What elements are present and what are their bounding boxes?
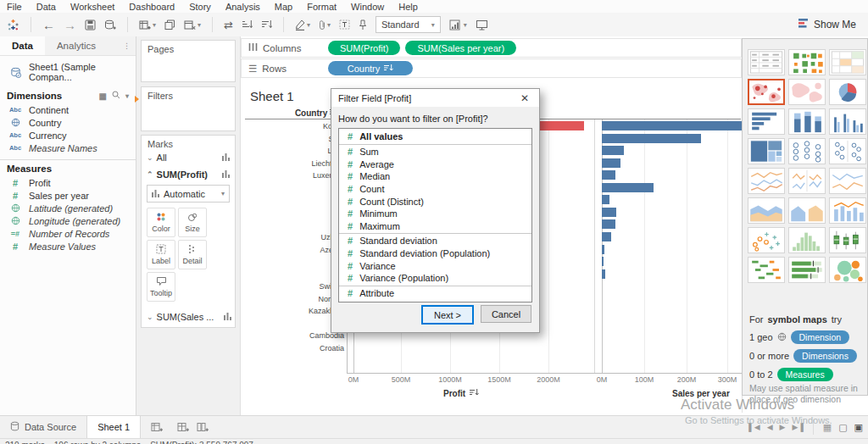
row-label[interactable]: Kazakhsta xyxy=(241,307,344,315)
show-me-thumb-horizontal-bars[interactable] xyxy=(748,108,785,135)
bar-sales[interactable] xyxy=(602,245,604,254)
menu-help[interactable]: Help xyxy=(398,2,418,12)
pill-sum-profit-[interactable]: SUM(Profit) xyxy=(328,41,400,55)
show-me-thumb-lines-discrete[interactable] xyxy=(788,168,826,194)
dialog-title-bar[interactable]: Filter Field [Profit] ✕ xyxy=(331,89,539,107)
show-me-thumb-circle-views[interactable] xyxy=(788,138,826,164)
menu-data[interactable]: Data xyxy=(36,2,56,12)
show-me-thumb-box-and-whisker[interactable] xyxy=(829,227,866,253)
show-me-thumb-filled-map[interactable] xyxy=(788,79,826,105)
show-me-thumb-treemap[interactable] xyxy=(748,138,785,164)
marks-card[interactable]: Marks ⌄All ⌃SUM(Profit) Automatic ▾ Colo… xyxy=(141,135,236,328)
label-button[interactable]: Label xyxy=(147,240,175,269)
bar-sales[interactable] xyxy=(602,195,609,204)
marks-sum-sales-row[interactable]: ⌄SUM(Sales ... xyxy=(142,308,236,325)
detail-button[interactable]: Detail xyxy=(178,240,207,269)
filter-option-maximum[interactable]: #Maximum xyxy=(339,220,531,233)
sort-descending-button[interactable] xyxy=(261,19,272,30)
datasource-item[interactable]: Sheet1 (Sample Compan... xyxy=(0,56,136,87)
row-label[interactable]: Sri L xyxy=(241,135,344,143)
row-label[interactable]: Ye xyxy=(241,208,344,217)
row-label[interactable]: Croatia xyxy=(241,344,344,352)
show-me-button[interactable]: Show Me xyxy=(793,16,861,33)
tableau-logo-icon[interactable] xyxy=(7,19,19,31)
tooltip-button[interactable]: Tooltip xyxy=(147,272,175,302)
row-label[interactable]: Po xyxy=(241,270,344,279)
show-me-thumb-dual-lines[interactable] xyxy=(829,168,866,194)
marks-all-row[interactable]: ⌄All xyxy=(142,149,235,166)
measure-number-of-records[interactable]: =#Number of Records xyxy=(0,227,136,240)
menu-story[interactable]: Story xyxy=(189,2,211,12)
fit-button[interactable]: ▾ xyxy=(449,19,467,31)
show-me-thumb-bullet-graph[interactable] xyxy=(788,257,826,283)
show-me-thumb-heat-map[interactable] xyxy=(788,49,826,75)
bar-sales[interactable] xyxy=(602,257,604,266)
marks-sum-profit-row[interactable]: ⌃SUM(Profit) xyxy=(142,166,235,183)
filter-option-count[interactable]: #Count xyxy=(339,183,531,196)
menu-file[interactable]: File xyxy=(7,2,22,12)
show-me-thumb-highlight-table[interactable] xyxy=(829,49,866,75)
row-label[interactable]: North K xyxy=(241,295,344,303)
bar-sales[interactable] xyxy=(602,208,616,217)
measure-profit[interactable]: #Profit xyxy=(0,176,136,189)
bar-sales[interactable] xyxy=(602,158,620,168)
row-label[interactable]: M xyxy=(241,196,344,204)
bar-sales[interactable] xyxy=(602,219,615,229)
pill-sum-sales-per-year-[interactable]: SUM(Sales per year) xyxy=(405,41,516,55)
data-source-tab[interactable]: Data Source xyxy=(0,416,86,438)
row-label[interactable]: S xyxy=(241,220,344,229)
sort-ascending-button[interactable] xyxy=(242,19,253,30)
sheet1-tab[interactable]: Sheet 1 xyxy=(86,416,141,438)
swap-rows-columns-button[interactable]: ⇄ xyxy=(224,19,233,31)
measure-longitude-generated-[interactable]: Longitude (generated) xyxy=(0,214,136,227)
show-me-thumb-symbol-map[interactable] xyxy=(748,79,785,105)
bar-sales[interactable] xyxy=(602,170,615,180)
row-label[interactable]: Kosov xyxy=(241,122,344,130)
dimension-currency[interactable]: AbcCurrency xyxy=(0,129,136,142)
menu-dashboard[interactable]: Dashboard xyxy=(129,2,175,12)
attachment-button[interactable]: ▾ xyxy=(319,19,331,31)
new-story-tab-button[interactable] xyxy=(193,416,213,438)
clear-sheet-button[interactable]: ▾ xyxy=(184,19,201,31)
row-label[interactable]: Azerba xyxy=(241,246,344,254)
menu-worksheet[interactable]: Worksheet xyxy=(70,2,114,12)
pane-pin-icon[interactable]: ⋮ xyxy=(123,42,136,50)
undo-button[interactable]: ← xyxy=(42,18,55,32)
chevron-down-icon[interactable]: ▾ xyxy=(125,92,129,100)
mark-type-dropdown[interactable]: Automatic ▾ xyxy=(147,185,230,203)
x-axis-title-profit[interactable]: Profit xyxy=(443,389,479,398)
dimension-measure-names[interactable]: AbcMeasure Names xyxy=(0,142,136,154)
new-dashboard-tab-button[interactable] xyxy=(174,416,193,438)
filter-option-average[interactable]: #Average xyxy=(339,158,531,171)
menu-window[interactable]: Window xyxy=(351,2,384,12)
bar-sales[interactable] xyxy=(602,269,605,279)
pill-country[interactable]: Country xyxy=(328,61,413,75)
row-label[interactable]: Br xyxy=(241,319,344,328)
view-mode-dropdown[interactable]: Standard ▾ xyxy=(376,16,441,33)
row-label[interactable]: Liechtens xyxy=(241,159,344,168)
filter-option-attribute[interactable]: #Attribute xyxy=(339,287,531,300)
show-sheet-sorter-icon[interactable]: ▣ xyxy=(854,422,863,433)
presentation-mode-button[interactable] xyxy=(476,19,488,31)
columns-shelf[interactable]: Columns SUM(Profit)SUM(Sales per year) xyxy=(241,38,742,58)
menu-format[interactable]: Format xyxy=(307,2,337,12)
tab-analytics[interactable]: Analytics xyxy=(45,36,108,55)
filter-options-list[interactable]: #All values#Sum#Average#Median#Count#Cou… xyxy=(338,128,532,302)
bar-sales[interactable] xyxy=(602,183,654,192)
show-me-thumb-dual-combination[interactable] xyxy=(829,197,866,224)
show-me-thumb-text-table[interactable] xyxy=(748,49,785,75)
bar-sales[interactable] xyxy=(602,146,624,155)
menu-analysis[interactable]: Analysis xyxy=(225,2,260,12)
show-me-thumb-stacked-bars[interactable] xyxy=(788,108,826,135)
measure-sales-per-year[interactable]: #Sales per year xyxy=(0,189,136,202)
filter-option-variance-population-[interactable]: #Variance (Population) xyxy=(339,272,531,285)
filter-option-standard-deviation[interactable]: #Standard deviation xyxy=(339,235,531,247)
show-me-thumb-pie-chart[interactable] xyxy=(829,79,866,105)
fix-axes-button[interactable] xyxy=(359,19,367,31)
row-label[interactable]: La xyxy=(241,258,344,266)
filter-option-variance[interactable]: #Variance xyxy=(339,259,531,272)
dimension-continent[interactable]: AbcContinent xyxy=(0,103,136,116)
tab-data[interactable]: Data xyxy=(0,36,45,55)
filter-option-median[interactable]: #Median xyxy=(339,170,531,183)
show-me-thumb-area-continuous[interactable] xyxy=(748,197,785,224)
